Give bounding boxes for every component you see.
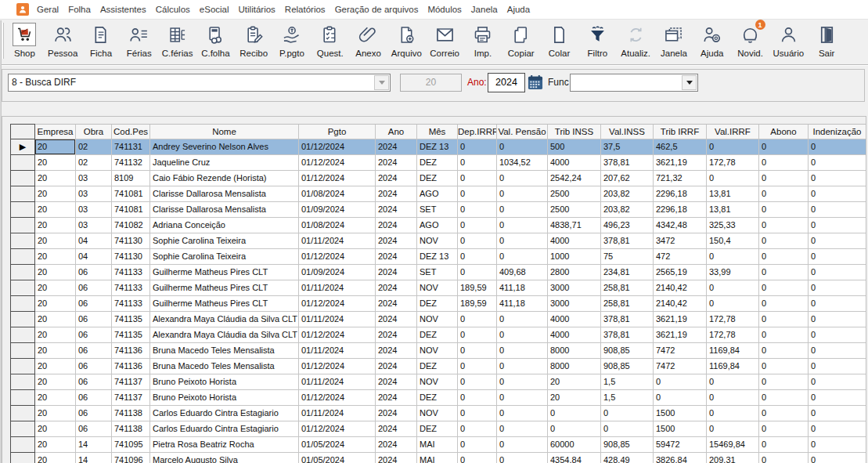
row-selector[interactable] bbox=[10, 421, 35, 437]
toolbar-button-c-ferias[interactable]: C.férias bbox=[158, 20, 196, 63]
row-selector[interactable] bbox=[10, 186, 35, 202]
cell-abono[interactable]: 0 bbox=[759, 406, 809, 421]
row-selector[interactable] bbox=[10, 390, 35, 406]
menu-item-assistentes[interactable]: Assistentes bbox=[95, 0, 151, 20]
cell-abono[interactable]: 0 bbox=[759, 421, 809, 437]
cell-val-inss[interactable]: 908,85 bbox=[601, 343, 654, 359]
cell-val-irrf[interactable]: 209,31 bbox=[707, 453, 759, 463]
cell-abono[interactable]: 0 bbox=[759, 374, 809, 390]
table-row[interactable]: 20038109Caio Fábio Rezende (Horista)01/1… bbox=[10, 171, 866, 186]
cell-empresa[interactable]: 20 bbox=[35, 233, 76, 249]
column-header-cod-pes[interactable]: Cod.Pes bbox=[112, 124, 150, 139]
cell-cod-pes[interactable]: 741133 bbox=[112, 296, 150, 312]
cell-abono[interactable]: 0 bbox=[759, 218, 809, 233]
cell-pgto[interactable]: 01/05/2024 bbox=[299, 437, 376, 453]
cell-obra[interactable]: 14 bbox=[76, 453, 112, 463]
cell-trib-inss[interactable]: 3000 bbox=[548, 280, 601, 296]
cell-nome[interactable]: Caio Fábio Rezende (Horista) bbox=[150, 171, 299, 186]
cell-nome[interactable]: Andrey Severino Nelson Alves bbox=[150, 139, 299, 155]
cell-nome[interactable]: Guilherme Matheus Pires CLT bbox=[150, 265, 299, 280]
cell-trib-irrf[interactable]: 3826,84 bbox=[654, 453, 707, 463]
cell-dep-irrf[interactable]: 0 bbox=[458, 155, 497, 171]
cell-dep-irrf[interactable]: 0 bbox=[458, 233, 497, 249]
cell-val-irrf[interactable]: 172,78 bbox=[707, 327, 759, 343]
row-selector[interactable] bbox=[10, 453, 35, 463]
cell-cod-pes[interactable]: 741138 bbox=[112, 421, 150, 437]
table-row[interactable]: ▶2002741131Andrey Severino Nelson Alves0… bbox=[10, 139, 866, 155]
search-combo[interactable]: 8 - Busca DIRF bbox=[8, 74, 391, 92]
cell-trib-irrf[interactable]: 7472 bbox=[654, 343, 707, 359]
table-row[interactable]: 2006741133Guilherme Matheus Pires CLT01/… bbox=[10, 280, 866, 296]
cell-abono[interactable]: 0 bbox=[759, 155, 809, 171]
toolbar-button-atualiz[interactable]: Atualiz. bbox=[617, 20, 655, 63]
cell-cod-pes[interactable]: 741135 bbox=[112, 327, 150, 343]
cell-indenizacao[interactable]: 0 bbox=[809, 233, 866, 249]
cell-ano[interactable]: 2024 bbox=[376, 453, 417, 463]
cell-val-irrf[interactable]: 0 bbox=[707, 390, 759, 406]
cell-nome[interactable]: Bruna Macedo Teles Mensalista bbox=[150, 359, 299, 374]
cell-val-pensao[interactable]: 0 bbox=[497, 202, 548, 218]
cell-trib-inss[interactable]: 2500 bbox=[548, 202, 601, 218]
cell-nome[interactable]: Pietra Rosa Beatriz Rocha bbox=[150, 437, 299, 453]
cell-indenizacao[interactable]: 0 bbox=[809, 359, 866, 374]
cell-trib-irrf[interactable]: 472 bbox=[654, 249, 707, 265]
cell-cod-pes[interactable]: 741137 bbox=[112, 374, 150, 390]
toolbar-button-usuario[interactable]: Usuário bbox=[769, 20, 808, 63]
cell-trib-inss[interactable]: 8000 bbox=[548, 359, 601, 374]
cell-indenizacao[interactable]: 0 bbox=[809, 155, 866, 171]
cell-pgto[interactable]: 01/11/2024 bbox=[299, 343, 376, 359]
cell-pgto[interactable]: 01/12/2024 bbox=[299, 296, 376, 312]
cell-val-irrf[interactable]: 1169,84 bbox=[707, 343, 759, 359]
cell-nome[interactable]: Bruno Peixoto Horista bbox=[150, 374, 299, 390]
row-selector[interactable] bbox=[10, 374, 35, 390]
cell-indenizacao[interactable]: 0 bbox=[809, 312, 866, 327]
row-selector[interactable] bbox=[10, 218, 35, 233]
cell-empresa[interactable]: 20 bbox=[35, 327, 76, 343]
cell-dep-irrf[interactable]: 0 bbox=[458, 312, 497, 327]
cell-abono[interactable]: 0 bbox=[759, 139, 809, 155]
cell-trib-irrf[interactable]: 721,32 bbox=[654, 171, 707, 186]
cell-obra[interactable]: 06 bbox=[76, 327, 112, 343]
cell-trib-inss[interactable]: 2800 bbox=[548, 265, 601, 280]
cell-abono[interactable]: 0 bbox=[759, 312, 809, 327]
table-row[interactable]: 2004741130Sophie Carolina Teixeira01/12/… bbox=[10, 249, 866, 265]
cell-nome[interactable]: Guilherme Matheus Pires CLT bbox=[150, 280, 299, 296]
cell-mes[interactable]: MAI bbox=[417, 453, 458, 463]
table-row[interactable]: 2006741133Guilherme Matheus Pires CLT01/… bbox=[10, 296, 866, 312]
cell-trib-inss[interactable]: 2542,24 bbox=[548, 171, 601, 186]
cell-dep-irrf[interactable]: 0 bbox=[458, 171, 497, 186]
cell-pgto[interactable]: 01/11/2024 bbox=[299, 312, 376, 327]
cell-mes[interactable]: DEZ 13 bbox=[417, 249, 458, 265]
cell-val-pensao[interactable]: 1034,52 bbox=[497, 155, 548, 171]
cell-pgto[interactable]: 01/12/2024 bbox=[299, 421, 376, 437]
cell-pgto[interactable]: 01/05/2024 bbox=[299, 453, 376, 463]
table-row[interactable]: 2003741081Clarisse Dallarosa Mensalista0… bbox=[10, 186, 866, 202]
cell-val-pensao[interactable]: 0 bbox=[497, 437, 548, 453]
cell-obra[interactable]: 06 bbox=[76, 390, 112, 406]
cell-indenizacao[interactable]: 0 bbox=[809, 249, 866, 265]
cell-val-inss[interactable]: 428,49 bbox=[601, 453, 654, 463]
toolbar-button-quest[interactable]: Quest. bbox=[311, 20, 349, 63]
toolbar-button-c-folha[interactable]: C.folha bbox=[196, 20, 235, 63]
cell-val-irrf[interactable]: 0 bbox=[707, 296, 759, 312]
cell-ano[interactable]: 2024 bbox=[376, 296, 417, 312]
cell-obra[interactable]: 02 bbox=[76, 155, 112, 171]
cell-mes[interactable]: NOV bbox=[417, 343, 458, 359]
cell-nome[interactable]: Carlos Eduardo Cintra Estagiario bbox=[150, 406, 299, 421]
row-selector[interactable]: ▶ bbox=[10, 139, 35, 155]
cell-nome[interactable]: Alexandra Maya Cláudia da Silva CLT bbox=[150, 312, 299, 327]
cell-ano[interactable]: 2024 bbox=[376, 280, 417, 296]
column-header-pgto[interactable]: Pgto bbox=[299, 124, 376, 139]
cell-val-irrf[interactable]: 0 bbox=[707, 249, 759, 265]
cell-pgto[interactable]: 01/11/2024 bbox=[299, 406, 376, 421]
count-button[interactable]: 20 bbox=[400, 74, 462, 92]
toolbar-button-shop[interactable]: Shop bbox=[5, 20, 44, 63]
cell-empresa[interactable]: 20 bbox=[35, 453, 76, 463]
cell-val-inss[interactable]: 234,81 bbox=[601, 265, 654, 280]
menu-item-modulos[interactable]: Módulos bbox=[423, 0, 466, 20]
cell-empresa[interactable]: 20 bbox=[35, 171, 76, 186]
cell-cod-pes[interactable]: 741081 bbox=[112, 202, 150, 218]
cell-val-irrf[interactable]: 0 bbox=[707, 139, 759, 155]
cell-dep-irrf[interactable]: 0 bbox=[458, 374, 497, 390]
cell-empresa[interactable]: 20 bbox=[35, 421, 76, 437]
